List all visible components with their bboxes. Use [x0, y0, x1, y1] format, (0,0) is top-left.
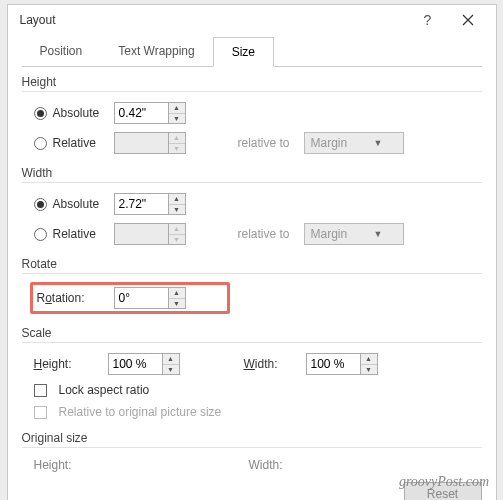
chevron-down-icon[interactable]: ▼ — [169, 299, 185, 309]
height-relative-input — [114, 132, 168, 154]
chevron-up-icon[interactable]: ▲ — [169, 103, 185, 114]
rotation-input[interactable] — [114, 287, 168, 309]
height-relative-spinner: ▲▼ — [114, 132, 186, 154]
height-absolute-spinner[interactable]: ▲▼ — [114, 102, 186, 124]
scale-height-spinner[interactable]: ▲▼ — [108, 353, 180, 375]
width-absolute-spinner[interactable]: ▲▼ — [114, 193, 186, 215]
tab-position[interactable]: Position — [22, 37, 101, 66]
width-relative-to-value: Margin — [305, 227, 354, 241]
scale-height-label: Height: — [34, 357, 102, 371]
relative-original-label: Relative to original picture size — [59, 405, 222, 419]
scale-group: Scale Height: ▲▼ Width: ▲▼ Lock aspect r… — [22, 326, 482, 425]
spinner-buttons: ▲▼ — [168, 223, 186, 245]
width-relative-to-combo: Margin ▼ — [304, 223, 404, 245]
width-group: Width Absolute ▲▼ Relative ▲▼ relative t… — [22, 166, 482, 251]
spinner-buttons[interactable]: ▲▼ — [360, 353, 378, 375]
width-relative-to-label: relative to — [238, 227, 298, 241]
dialog-content: Position Text Wrapping Size Height Absol… — [8, 35, 496, 500]
titlebar: Layout ? — [8, 5, 496, 35]
width-relative-input — [114, 223, 168, 245]
spinner-buttons[interactable]: ▲▼ — [162, 353, 180, 375]
height-absolute-label: Absolute — [53, 106, 108, 120]
width-relative-radio[interactable] — [34, 228, 47, 241]
chevron-down-icon[interactable]: ▼ — [169, 114, 185, 124]
window-title: Layout — [16, 13, 408, 27]
tabstrip: Position Text Wrapping Size — [22, 37, 482, 67]
close-icon — [462, 14, 474, 26]
scale-width-label: Width: — [244, 357, 300, 371]
rotate-group-title: Rotate — [22, 257, 482, 274]
chevron-down-icon: ▼ — [169, 144, 185, 154]
close-button[interactable] — [448, 6, 488, 34]
chevron-up-icon[interactable]: ▲ — [163, 354, 179, 365]
spinner-buttons[interactable]: ▲▼ — [168, 193, 186, 215]
watermark: groovyPost.com — [399, 474, 489, 490]
help-button[interactable]: ? — [408, 6, 448, 34]
original-height-label: Height: — [34, 458, 249, 472]
scale-width-spinner[interactable]: ▲▼ — [306, 353, 378, 375]
chevron-down-icon: ▼ — [354, 138, 403, 148]
scale-group-title: Scale — [22, 326, 482, 343]
original-size-title: Original size — [22, 431, 482, 448]
rotation-highlight: Rotation: ▲▼ — [30, 282, 230, 314]
chevron-up-icon[interactable]: ▲ — [169, 288, 185, 299]
spinner-buttons: ▲▼ — [168, 132, 186, 154]
scale-height-input[interactable] — [108, 353, 162, 375]
height-relative-radio[interactable] — [34, 137, 47, 150]
chevron-down-icon: ▼ — [169, 235, 185, 245]
width-absolute-radio[interactable] — [34, 198, 47, 211]
chevron-up-icon[interactable]: ▲ — [169, 194, 185, 205]
height-relative-to-combo: Margin ▼ — [304, 132, 404, 154]
width-relative-label: Relative — [53, 227, 108, 241]
original-width-label: Width: — [249, 458, 283, 472]
lock-aspect-checkbox[interactable] — [34, 384, 47, 397]
spinner-buttons[interactable]: ▲▼ — [168, 102, 186, 124]
chevron-down-icon[interactable]: ▼ — [169, 205, 185, 215]
chevron-up-icon: ▲ — [169, 133, 185, 144]
layout-dialog: Layout ? Position Text Wrapping Size Hei… — [7, 4, 497, 500]
spinner-buttons[interactable]: ▲▼ — [168, 287, 186, 309]
width-group-title: Width — [22, 166, 482, 183]
width-absolute-input[interactable] — [114, 193, 168, 215]
height-relative-label: Relative — [53, 136, 108, 150]
lock-aspect-label: Lock aspect ratio — [59, 383, 150, 397]
tab-size[interactable]: Size — [213, 37, 274, 67]
height-relative-to-label: relative to — [238, 136, 298, 150]
tab-text-wrapping[interactable]: Text Wrapping — [100, 37, 212, 66]
height-relative-to-value: Margin — [305, 136, 354, 150]
height-group: Height Absolute ▲▼ Relative ▲▼ relative … — [22, 75, 482, 160]
rotation-label: Rotation: — [37, 291, 114, 306]
chevron-down-icon[interactable]: ▼ — [361, 365, 377, 375]
chevron-down-icon: ▼ — [354, 229, 403, 239]
height-group-title: Height — [22, 75, 482, 92]
relative-original-checkbox — [34, 406, 47, 419]
chevron-down-icon[interactable]: ▼ — [163, 365, 179, 375]
height-absolute-input[interactable] — [114, 102, 168, 124]
chevron-up-icon: ▲ — [169, 224, 185, 235]
scale-width-input[interactable] — [306, 353, 360, 375]
width-relative-spinner: ▲▼ — [114, 223, 186, 245]
rotate-group: Rotate Rotation: ▲▼ — [22, 257, 482, 320]
rotation-spinner[interactable]: ▲▼ — [114, 287, 186, 309]
height-absolute-radio[interactable] — [34, 107, 47, 120]
chevron-up-icon[interactable]: ▲ — [361, 354, 377, 365]
width-absolute-label: Absolute — [53, 197, 108, 211]
